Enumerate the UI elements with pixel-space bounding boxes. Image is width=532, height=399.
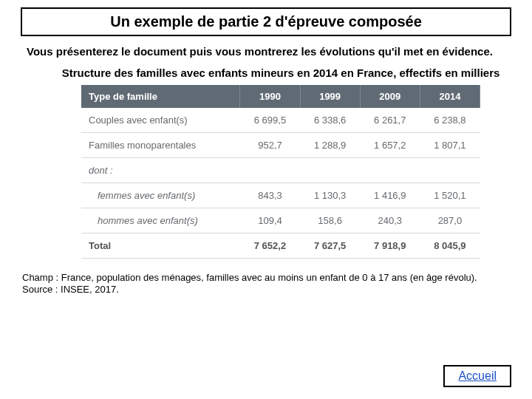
row-label: hommes avec enfant(s): [81, 208, 240, 233]
table-row: dont :: [81, 157, 480, 183]
col-2009: 2009: [360, 85, 420, 108]
footnote: Champ : France, population des ménages, …: [22, 272, 510, 297]
footnote-source: Source : INSEE, 2017.: [22, 284, 119, 295]
table-row: femmes avec enfant(s)843,31 130,31 416,9…: [81, 183, 480, 208]
cell-value: 6 261,7: [360, 108, 420, 133]
table-row: Couples avec enfant(s)6 699,56 338,66 26…: [81, 108, 480, 133]
cell-value: [420, 157, 480, 183]
cell-value: 952,7: [240, 132, 300, 157]
col-2014: 2014: [420, 85, 480, 108]
family-structure-table: Type de famille 1990 1999 2009 2014 Coup…: [81, 85, 480, 259]
cell-value: 1 520,1: [420, 183, 480, 208]
home-link-box[interactable]: Accueil: [443, 365, 511, 387]
cell-value: 1 416,9: [360, 183, 420, 208]
cell-value: 843,3: [240, 183, 300, 208]
cell-value: 6 338,6: [300, 108, 360, 133]
cell-value: 7 918,9: [360, 233, 420, 258]
cell-value: [300, 157, 360, 183]
col-1990: 1990: [240, 85, 300, 108]
cell-value: [360, 157, 420, 183]
cell-value: 109,4: [240, 208, 300, 233]
instruction-text: Vous présenterez le document puis vous m…: [27, 45, 510, 59]
footnote-champ: Champ : France, population des ménages, …: [22, 272, 477, 283]
cell-value: 6 238,8: [420, 108, 480, 133]
cell-value: 1 130,3: [300, 183, 360, 208]
slide-title: Un exemple de partie 2 d'épreuve composé…: [110, 13, 422, 30]
row-label: Familles monoparentales: [81, 132, 240, 157]
table-row: Familles monoparentales952,71 288,91 657…: [81, 132, 480, 157]
cell-value: 1 807,1: [420, 132, 480, 157]
cell-value: 1 288,9: [300, 132, 360, 157]
cell-value: 1 657,2: [360, 132, 420, 157]
col-type: Type de famille: [81, 85, 240, 108]
cell-value: 7 627,5: [300, 233, 360, 258]
home-link[interactable]: Accueil: [458, 369, 497, 382]
cell-value: 240,3: [360, 208, 420, 233]
row-label: Couples avec enfant(s): [81, 108, 240, 133]
table-caption: Structure des familles avec enfants mine…: [52, 66, 510, 81]
row-label: femmes avec enfant(s): [81, 183, 240, 208]
table-row: hommes avec enfant(s)109,4158,6240,3287,…: [81, 208, 480, 233]
data-table-container: Type de famille 1990 1999 2009 2014 Coup…: [81, 85, 480, 259]
row-label: Total: [81, 233, 240, 258]
cell-value: 287,0: [420, 208, 480, 233]
table-row: Total7 652,27 627,57 918,98 045,9: [81, 233, 480, 258]
cell-value: [240, 157, 300, 183]
cell-value: 7 652,2: [240, 233, 300, 258]
cell-value: 158,6: [300, 208, 360, 233]
row-label: dont :: [81, 157, 240, 183]
cell-value: 6 699,5: [240, 108, 300, 133]
table-header-row: Type de famille 1990 1999 2009 2014: [81, 85, 480, 108]
slide-title-box: Un exemple de partie 2 d'épreuve composé…: [21, 7, 511, 36]
cell-value: 8 045,9: [420, 233, 480, 258]
col-1999: 1999: [300, 85, 360, 108]
